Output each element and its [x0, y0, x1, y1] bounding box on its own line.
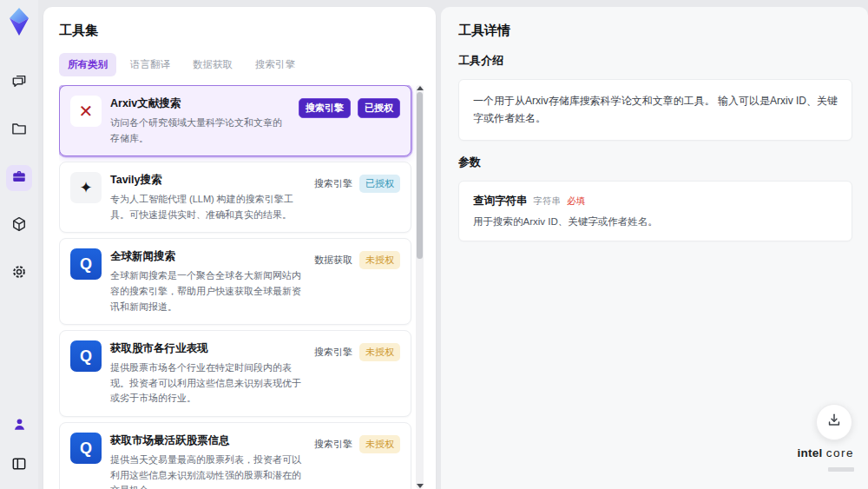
tab-search-engine[interactable]: 搜索引擎	[247, 53, 304, 76]
tool-tags: 数据获取 未授权	[314, 248, 400, 314]
download-icon	[825, 412, 843, 433]
tool-name: Tavily搜索	[110, 173, 306, 188]
tool-card-stock-sectors[interactable]: Q 获取股市各行业表现 提供股票市场各个行业在特定时间段内的表现。投资者可以利用…	[59, 330, 411, 417]
status-badge: 已授权	[358, 98, 400, 118]
sidebar-item-settings[interactable]	[6, 261, 32, 287]
sidebar-item-toolset[interactable]	[6, 165, 32, 191]
cube-icon	[10, 215, 28, 236]
details-title: 工具详情	[458, 23, 852, 39]
tool-card-active-stocks[interactable]: Q 获取市场最活跃股票信息 提供当天交易量最高的股票列表，投资者可以利用这些信息…	[59, 422, 411, 489]
status-badge: 已授权	[359, 175, 400, 193]
sidebar-nav	[6, 69, 32, 287]
params-heading: 参数	[458, 155, 852, 170]
stock-logo-icon: Q	[70, 340, 102, 372]
tool-description: 提供当天交易量最高的股票列表，投资者可以利用这些信息来识别流动性强的股票和潜在的…	[110, 453, 306, 489]
tool-tags: 搜索引擎 未授权	[314, 433, 400, 489]
category-tabs: 所有类别 语言翻译 数据获取 搜索引擎	[59, 53, 424, 76]
brand-intel-text: intel	[797, 446, 822, 459]
category-badge: 搜索引擎	[299, 98, 351, 118]
q-glyph: Q	[80, 256, 92, 272]
brand-core-text: core	[826, 446, 854, 459]
status-badge: 未授权	[359, 251, 400, 269]
intel-core-logo: intel core	[797, 447, 854, 475]
tab-data-fetch[interactable]: 数据获取	[184, 53, 241, 76]
tool-info: Tavily搜索 专为人工智能代理 (LLM) 构建的搜索引擎工具。可快速提供实…	[110, 172, 306, 222]
scrollbar-thumb[interactable]	[417, 92, 423, 259]
tool-name: 获取股市各行业表现	[110, 341, 306, 356]
user-icon	[11, 416, 28, 436]
sidebar	[0, 0, 38, 489]
tool-tags: 搜索引擎 已授权	[314, 172, 400, 222]
category-label: 搜索引擎	[314, 343, 352, 361]
list-scrollbar[interactable]	[416, 85, 424, 489]
stock-logo-icon: Q	[70, 433, 102, 464]
tool-name: 获取市场最活跃股票信息	[110, 433, 306, 448]
scroll-down-arrow-icon[interactable]	[417, 484, 424, 488]
tool-list: ✕ Arxiv文献搜索 访问各个研究领域大量科学论文和文章的存储库。 搜索引擎 …	[59, 85, 424, 489]
tool-card-tavily[interactable]: ✦ Tavily搜索 专为人工智能代理 (LLM) 构建的搜索引擎工具。可快速提…	[59, 162, 411, 233]
param-box: 查询字符串 字符串 必填 用于搜索的Arxiv ID、关键字或作者姓名。	[458, 181, 852, 241]
sidebar-bottom	[6, 413, 32, 479]
tool-name: Arxiv文献搜索	[110, 96, 290, 111]
sidebar-item-collapse[interactable]	[6, 453, 32, 479]
tool-info: 全球新闻搜索 全球新闻搜索是一个聚合全球各大新闻网站内容的搜索引擎，帮助用户快速…	[110, 248, 306, 314]
chat-icon	[10, 72, 28, 93]
toolset-title: 工具集	[59, 23, 424, 39]
tool-description: 提供股票市场各个行业在特定时间段内的表现。投资者可以利用这些信息来识别表现优于或…	[110, 360, 306, 406]
scroll-up-arrow-icon[interactable]	[417, 86, 424, 90]
tool-info: 获取股市各行业表现 提供股票市场各个行业在特定时间段内的表现。投资者可以利用这些…	[110, 340, 306, 406]
news-search-logo-icon: Q	[70, 248, 102, 280]
category-label: 数据获取	[314, 251, 352, 269]
param-description: 用于搜索的Arxiv ID、关键字或作者姓名。	[473, 215, 838, 228]
tool-description: 专为人工智能代理 (LLM) 构建的搜索引擎工具。可快速提供实时、准确和真实的结…	[110, 192, 306, 222]
star-glyph: ✦	[79, 180, 92, 195]
q-glyph: Q	[80, 440, 92, 456]
arxiv-x-glyph: ✕	[79, 102, 94, 120]
tool-info: Arxiv文献搜索 访问各个研究领域大量科学论文和文章的存储库。	[110, 96, 290, 146]
toolset-panel: 工具集 所有类别 语言翻译 数据获取 搜索引擎 ✕ Arxiv文献搜索 访问各个…	[43, 7, 436, 489]
tab-language-translation[interactable]: 语言翻译	[122, 53, 179, 76]
tool-description: 全球新闻搜索是一个聚合全球各大新闻网站内容的搜索引擎，帮助用户快速获取全球最新资…	[110, 268, 306, 314]
sidebar-item-chat[interactable]	[6, 69, 32, 96]
tool-tags: 搜索引擎 已授权	[299, 96, 400, 146]
panel-toggle-icon	[10, 455, 28, 476]
sidebar-item-account[interactable]	[6, 413, 32, 439]
app-root: 工具集 所有类别 语言翻译 数据获取 搜索引擎 ✕ Arxiv文献搜索 访问各个…	[0, 0, 868, 489]
settings-gear-icon	[10, 263, 28, 284]
param-name: 查询字符串	[473, 194, 528, 208]
intro-heading: 工具介绍	[458, 53, 852, 69]
tool-name: 全球新闻搜索	[110, 249, 306, 264]
status-badge: 未授权	[359, 435, 400, 453]
brand-subtext-bar	[828, 467, 854, 472]
intro-text: 一个用于从Arxiv存储库搜索科学论文和文章的工具。 输入可以是Arxiv ID…	[473, 92, 838, 128]
app-logo-gem-icon	[6, 7, 32, 40]
main-area: 工具集 所有类别 语言翻译 数据获取 搜索引擎 ✕ Arxiv文献搜索 访问各个…	[38, 0, 868, 489]
tool-card-global-news[interactable]: Q 全球新闻搜索 全球新闻搜索是一个聚合全球各大新闻网站内容的搜索引擎，帮助用户…	[59, 238, 411, 325]
tab-all-categories[interactable]: 所有类别	[59, 53, 116, 76]
status-badge: 未授权	[359, 343, 400, 361]
tool-card-arxiv[interactable]: ✕ Arxiv文献搜索 访问各个研究领域大量科学论文和文章的存储库。 搜索引擎 …	[59, 85, 411, 156]
folder-icon	[10, 120, 28, 141]
tool-description: 访问各个研究领域大量科学论文和文章的存储库。	[110, 116, 290, 146]
toolbox-icon	[11, 169, 27, 188]
param-type: 字符串	[534, 195, 562, 208]
param-required-flag: 必填	[567, 195, 585, 208]
param-header: 查询字符串 字符串 必填	[473, 194, 838, 208]
category-label: 搜索引擎	[314, 175, 352, 193]
sidebar-item-files[interactable]	[6, 117, 32, 143]
tool-details-panel: 工具详情 工具介绍 一个用于从Arxiv存储库搜索科学论文和文章的工具。 输入可…	[441, 7, 868, 489]
intro-box: 一个用于从Arxiv存储库搜索科学论文和文章的工具。 输入可以是Arxiv ID…	[458, 79, 852, 141]
q-glyph: Q	[80, 348, 92, 364]
category-label: 搜索引擎	[314, 435, 352, 453]
arxiv-logo-icon: ✕	[70, 96, 102, 127]
tavily-star-icon: ✦	[70, 172, 102, 203]
tool-tags: 搜索引擎 未授权	[314, 340, 400, 406]
sidebar-item-packages[interactable]	[6, 213, 32, 239]
download-button[interactable]	[816, 404, 852, 440]
tool-info: 获取市场最活跃股票信息 提供当天交易量最高的股票列表，投资者可以利用这些信息来识…	[110, 433, 306, 489]
